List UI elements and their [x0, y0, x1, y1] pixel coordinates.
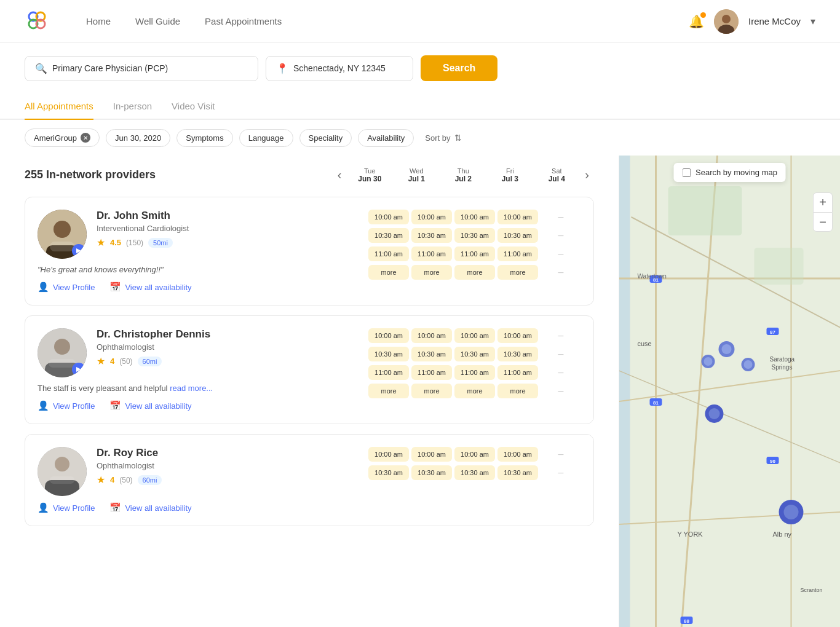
logo[interactable]: [25, 8, 49, 34]
date-nav-next[interactable]: ›: [580, 165, 594, 184]
filter-availability[interactable]: Availability: [358, 129, 414, 147]
view-profile-2[interactable]: 👤 View Profile: [38, 400, 95, 411]
date-num-3: Jul 3: [486, 175, 533, 183]
slot-1-0-0[interactable]: 10:00 am: [368, 210, 409, 224]
map-zoom-out[interactable]: −: [813, 212, 833, 232]
location-input[interactable]: [293, 63, 403, 73]
slots-row-1-2: 11:00 am 11:00 am 11:00 am 11:00 am –: [368, 246, 581, 261]
view-profile-3[interactable]: 👤 View Profile: [38, 502, 95, 513]
view-profile-1[interactable]: 👤 View Profile: [38, 282, 95, 293]
filter-date[interactable]: Jun 30, 2020: [106, 129, 170, 147]
slot-1-1-2[interactable]: 10:30 am: [454, 228, 495, 243]
slot-3-0-2[interactable]: 10:00 am: [454, 447, 495, 462]
slot-2-1-2[interactable]: 10:30 am: [454, 347, 495, 361]
svg-point-49: [704, 357, 713, 366]
tab-video-visit[interactable]: Video Visit: [172, 93, 215, 120]
slot-1-3-1[interactable]: more: [411, 265, 452, 280]
slot-2-0-0[interactable]: 10:00 am: [368, 328, 409, 343]
doctor-1-specialty: Interventional Cardiologist: [97, 224, 189, 233]
slot-1-2-0[interactable]: 11:00 am: [368, 246, 409, 261]
slot-2-1-3[interactable]: 10:30 am: [497, 347, 538, 361]
view-avail-2-label: View all availability: [125, 401, 191, 411]
specialty-search-input[interactable]: [52, 63, 248, 73]
slot-3-0-1[interactable]: 10:00 am: [411, 447, 452, 462]
slot-3-1-3[interactable]: 10:30 am: [497, 465, 538, 480]
view-avail-2[interactable]: 📅 View all availability: [109, 400, 191, 411]
slot-1-1-3[interactable]: 10:30 am: [497, 228, 538, 243]
filter-language[interactable]: Language: [239, 129, 293, 147]
card-1-content: Dr. John Smith Interventional Cardiologi…: [38, 210, 581, 293]
nav-home[interactable]: Home: [86, 16, 111, 26]
map-zoom-controls: + −: [813, 192, 833, 232]
person-icon-1: 👤: [38, 282, 49, 293]
chevron-down-icon[interactable]: ▾: [810, 15, 815, 27]
main-layout: 255 In-network providers ‹ Tue Jun 30 We…: [0, 156, 840, 627]
doctor-3-distance: 60mi: [138, 475, 162, 485]
svg-point-8: [53, 221, 71, 238]
user-avatar[interactable]: [714, 9, 739, 34]
tab-all-appointments[interactable]: All Appointments: [25, 93, 93, 120]
view-avail-3[interactable]: 📅 View all availability: [109, 502, 191, 513]
slot-1-0-3[interactable]: 10:00 am: [497, 210, 538, 224]
slot-1-3-3[interactable]: more: [497, 265, 538, 280]
filter-symptoms-label: Symptoms: [186, 133, 223, 143]
slot-2-2-3[interactable]: 11:00 am: [497, 365, 538, 380]
slot-1-0-1[interactable]: 10:00 am: [411, 210, 452, 224]
search-moving-checkbox[interactable]: [682, 168, 691, 177]
slot-1-3-2[interactable]: more: [454, 265, 495, 280]
notification-bell[interactable]: 🔔: [689, 14, 704, 29]
slot-3-1-0[interactable]: 10:30 am: [368, 465, 409, 480]
header-right: 🔔 Irene McCoy ▾: [689, 9, 815, 34]
slot-2-0-3[interactable]: 10:00 am: [497, 328, 538, 343]
slot-2-3-3[interactable]: more: [497, 384, 538, 398]
slot-3-0-0[interactable]: 10:00 am: [368, 447, 409, 462]
slot-2-1-0[interactable]: 10:30 am: [368, 347, 409, 361]
filter-symptoms[interactable]: Symptoms: [176, 129, 232, 147]
doctor-2-read-more[interactable]: read more...: [170, 384, 213, 393]
slot-1-1-1[interactable]: 10:30 am: [411, 228, 452, 243]
card-2-top: Dr. Christopher Dennis Ophthalmologist ★…: [38, 328, 359, 377]
filter-amerigroup-remove[interactable]: ✕: [81, 133, 90, 143]
sort-by[interactable]: Sort by ⇅: [425, 133, 461, 143]
map-zoom-in[interactable]: +: [813, 192, 833, 212]
filter-amerigroup[interactable]: AmeriGroup ✕: [25, 128, 100, 147]
slot-1-1-0[interactable]: 10:30 am: [368, 228, 409, 243]
slot-2-0-1[interactable]: 10:00 am: [411, 328, 452, 343]
card-3-slots: 10:00 am 10:00 am 10:00 am 10:00 am – 10…: [368, 447, 581, 480]
card-2-actions: 👤 View Profile 📅 View all availability: [38, 400, 359, 411]
slot-2-2-2[interactable]: 11:00 am: [454, 365, 495, 380]
location-wrapper: 📍: [266, 56, 413, 81]
slot-3-1-1[interactable]: 10:30 am: [411, 465, 452, 480]
doctor-1-meta: ★ 4.5 (150) 50mi: [97, 237, 189, 248]
search-button[interactable]: Search: [421, 55, 497, 81]
date-nav-prev[interactable]: ‹: [333, 165, 347, 184]
slot-2-1-1[interactable]: 10:30 am: [411, 347, 452, 361]
slot-2-3-1[interactable]: more: [411, 384, 452, 398]
doctor-card-3: Dr. Roy Rice Ophthalmologist ★ 4 (50) 60…: [25, 434, 594, 526]
nav-past-appointments[interactable]: Past Appointments: [205, 16, 282, 26]
slot-2-3-0[interactable]: more: [368, 384, 409, 398]
slot-3-1-2[interactable]: 10:30 am: [454, 465, 495, 480]
card-2-content: Dr. Christopher Dennis Ophthalmologist ★…: [38, 328, 581, 411]
slot-2-2-0[interactable]: 11:00 am: [368, 365, 409, 380]
view-avail-1[interactable]: 📅 View all availability: [109, 282, 191, 293]
nav-well-guide[interactable]: Well Guide: [135, 16, 180, 26]
svg-rect-10: [50, 242, 74, 251]
card-3-top: Dr. Roy Rice Ophthalmologist ★ 4 (50) 60…: [38, 447, 359, 496]
slot-2-0-2[interactable]: 10:00 am: [454, 328, 495, 343]
view-profile-1-label: View Profile: [53, 283, 95, 292]
slot-1-2-3[interactable]: 11:00 am: [497, 246, 538, 261]
slot-1-2-2[interactable]: 11:00 am: [454, 246, 495, 261]
search-icon: 🔍: [35, 63, 47, 74]
video-badge-1: [72, 244, 85, 258]
date-col-1: Wed Jul 1: [393, 167, 440, 183]
tab-in-person[interactable]: In-person: [113, 93, 152, 120]
slot-2-3-2[interactable]: more: [454, 384, 495, 398]
slot-1-0-2[interactable]: 10:00 am: [454, 210, 495, 224]
slot-1-2-1[interactable]: 11:00 am: [411, 246, 452, 261]
filter-speciality[interactable]: Speciality: [299, 129, 352, 147]
slot-1-3-0[interactable]: more: [368, 265, 409, 280]
slot-2-2-1[interactable]: 11:00 am: [411, 365, 452, 380]
slot-3-0-3[interactable]: 10:00 am: [497, 447, 538, 462]
map-search-toggle[interactable]: Search by moving map: [673, 163, 786, 182]
